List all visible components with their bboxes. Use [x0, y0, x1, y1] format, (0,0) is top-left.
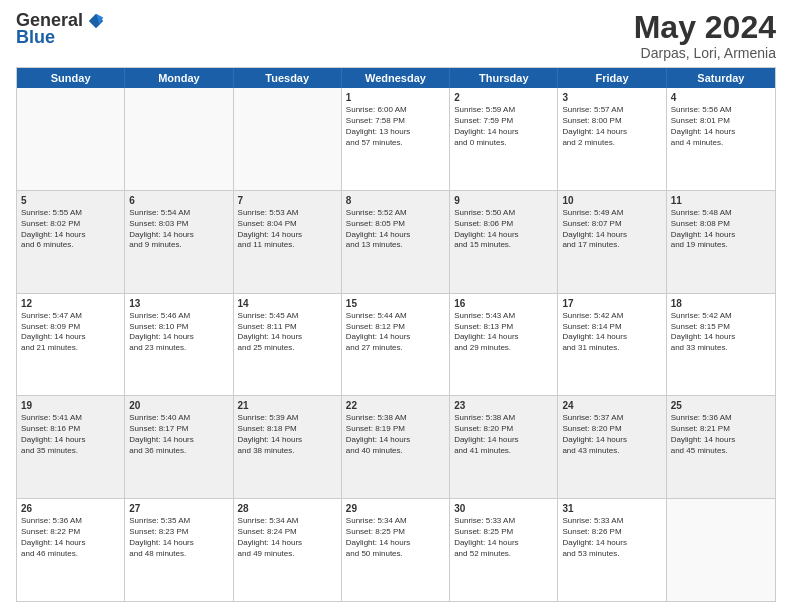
day-number: 28: [238, 502, 337, 515]
cell-info: Sunrise: 5:33 AM Sunset: 8:26 PM Dayligh…: [562, 516, 661, 559]
cell-info: Sunrise: 5:50 AM Sunset: 8:06 PM Dayligh…: [454, 208, 553, 251]
logo: General Blue: [16, 10, 105, 48]
day-cell-7: 7Sunrise: 5:53 AM Sunset: 8:04 PM Daylig…: [234, 191, 342, 293]
header-day-saturday: Saturday: [667, 68, 775, 88]
header-day-thursday: Thursday: [450, 68, 558, 88]
day-cell-20: 20Sunrise: 5:40 AM Sunset: 8:17 PM Dayli…: [125, 396, 233, 498]
cell-info: Sunrise: 5:53 AM Sunset: 8:04 PM Dayligh…: [238, 208, 337, 251]
day-number: 12: [21, 297, 120, 310]
day-cell-27: 27Sunrise: 5:35 AM Sunset: 8:23 PM Dayli…: [125, 499, 233, 601]
day-cell-24: 24Sunrise: 5:37 AM Sunset: 8:20 PM Dayli…: [558, 396, 666, 498]
day-number: 18: [671, 297, 771, 310]
empty-cell-0-2: [234, 88, 342, 190]
day-number: 25: [671, 399, 771, 412]
day-cell-23: 23Sunrise: 5:38 AM Sunset: 8:20 PM Dayli…: [450, 396, 558, 498]
day-number: 8: [346, 194, 445, 207]
page: General Blue May 2024 Darpas, Lori, Arme…: [0, 0, 792, 612]
cell-info: Sunrise: 5:42 AM Sunset: 8:15 PM Dayligh…: [671, 311, 771, 354]
day-number: 3: [562, 91, 661, 104]
cell-info: Sunrise: 5:43 AM Sunset: 8:13 PM Dayligh…: [454, 311, 553, 354]
header-day-monday: Monday: [125, 68, 233, 88]
day-number: 22: [346, 399, 445, 412]
day-cell-21: 21Sunrise: 5:39 AM Sunset: 8:18 PM Dayli…: [234, 396, 342, 498]
day-cell-28: 28Sunrise: 5:34 AM Sunset: 8:24 PM Dayli…: [234, 499, 342, 601]
day-number: 7: [238, 194, 337, 207]
cell-info: Sunrise: 5:52 AM Sunset: 8:05 PM Dayligh…: [346, 208, 445, 251]
calendar-header: SundayMondayTuesdayWednesdayThursdayFrid…: [17, 68, 775, 88]
cell-info: Sunrise: 5:56 AM Sunset: 8:01 PM Dayligh…: [671, 105, 771, 148]
cell-info: Sunrise: 5:48 AM Sunset: 8:08 PM Dayligh…: [671, 208, 771, 251]
day-number: 14: [238, 297, 337, 310]
cell-info: Sunrise: 5:36 AM Sunset: 8:22 PM Dayligh…: [21, 516, 120, 559]
day-cell-11: 11Sunrise: 5:48 AM Sunset: 8:08 PM Dayli…: [667, 191, 775, 293]
week-row-5: 26Sunrise: 5:36 AM Sunset: 8:22 PM Dayli…: [17, 499, 775, 601]
header-day-wednesday: Wednesday: [342, 68, 450, 88]
day-number: 1: [346, 91, 445, 104]
cell-info: Sunrise: 5:38 AM Sunset: 8:20 PM Dayligh…: [454, 413, 553, 456]
week-row-2: 5Sunrise: 5:55 AM Sunset: 8:02 PM Daylig…: [17, 191, 775, 294]
header-day-tuesday: Tuesday: [234, 68, 342, 88]
cell-info: Sunrise: 5:35 AM Sunset: 8:23 PM Dayligh…: [129, 516, 228, 559]
calendar: SundayMondayTuesdayWednesdayThursdayFrid…: [16, 67, 776, 602]
day-number: 16: [454, 297, 553, 310]
cell-info: Sunrise: 5:57 AM Sunset: 8:00 PM Dayligh…: [562, 105, 661, 148]
header-day-friday: Friday: [558, 68, 666, 88]
day-number: 30: [454, 502, 553, 515]
day-number: 26: [21, 502, 120, 515]
day-number: 23: [454, 399, 553, 412]
empty-cell-0-0: [17, 88, 125, 190]
week-row-3: 12Sunrise: 5:47 AM Sunset: 8:09 PM Dayli…: [17, 294, 775, 397]
day-cell-31: 31Sunrise: 5:33 AM Sunset: 8:26 PM Dayli…: [558, 499, 666, 601]
cell-info: Sunrise: 5:34 AM Sunset: 8:25 PM Dayligh…: [346, 516, 445, 559]
cell-info: Sunrise: 5:41 AM Sunset: 8:16 PM Dayligh…: [21, 413, 120, 456]
day-cell-15: 15Sunrise: 5:44 AM Sunset: 8:12 PM Dayli…: [342, 294, 450, 396]
day-cell-29: 29Sunrise: 5:34 AM Sunset: 8:25 PM Dayli…: [342, 499, 450, 601]
day-cell-3: 3Sunrise: 5:57 AM Sunset: 8:00 PM Daylig…: [558, 88, 666, 190]
cell-info: Sunrise: 5:55 AM Sunset: 8:02 PM Dayligh…: [21, 208, 120, 251]
month-title: May 2024: [634, 10, 776, 45]
logo-blue: Blue: [16, 27, 55, 48]
cell-info: Sunrise: 5:39 AM Sunset: 8:18 PM Dayligh…: [238, 413, 337, 456]
day-cell-5: 5Sunrise: 5:55 AM Sunset: 8:02 PM Daylig…: [17, 191, 125, 293]
calendar-body: 1Sunrise: 6:00 AM Sunset: 7:58 PM Daylig…: [17, 88, 775, 601]
location: Darpas, Lori, Armenia: [634, 45, 776, 61]
cell-info: Sunrise: 5:36 AM Sunset: 8:21 PM Dayligh…: [671, 413, 771, 456]
day-number: 31: [562, 502, 661, 515]
cell-info: Sunrise: 6:00 AM Sunset: 7:58 PM Dayligh…: [346, 105, 445, 148]
week-row-1: 1Sunrise: 6:00 AM Sunset: 7:58 PM Daylig…: [17, 88, 775, 191]
day-number: 27: [129, 502, 228, 515]
day-cell-30: 30Sunrise: 5:33 AM Sunset: 8:25 PM Dayli…: [450, 499, 558, 601]
day-number: 15: [346, 297, 445, 310]
cell-info: Sunrise: 5:54 AM Sunset: 8:03 PM Dayligh…: [129, 208, 228, 251]
title-area: May 2024 Darpas, Lori, Armenia: [634, 10, 776, 61]
cell-info: Sunrise: 5:47 AM Sunset: 8:09 PM Dayligh…: [21, 311, 120, 354]
header-day-sunday: Sunday: [17, 68, 125, 88]
day-cell-19: 19Sunrise: 5:41 AM Sunset: 8:16 PM Dayli…: [17, 396, 125, 498]
day-cell-8: 8Sunrise: 5:52 AM Sunset: 8:05 PM Daylig…: [342, 191, 450, 293]
cell-info: Sunrise: 5:38 AM Sunset: 8:19 PM Dayligh…: [346, 413, 445, 456]
cell-info: Sunrise: 5:34 AM Sunset: 8:24 PM Dayligh…: [238, 516, 337, 559]
day-number: 20: [129, 399, 228, 412]
day-number: 19: [21, 399, 120, 412]
cell-info: Sunrise: 5:49 AM Sunset: 8:07 PM Dayligh…: [562, 208, 661, 251]
day-cell-22: 22Sunrise: 5:38 AM Sunset: 8:19 PM Dayli…: [342, 396, 450, 498]
logo-icon: [87, 12, 105, 30]
day-number: 21: [238, 399, 337, 412]
day-number: 5: [21, 194, 120, 207]
day-cell-6: 6Sunrise: 5:54 AM Sunset: 8:03 PM Daylig…: [125, 191, 233, 293]
cell-info: Sunrise: 5:42 AM Sunset: 8:14 PM Dayligh…: [562, 311, 661, 354]
day-number: 17: [562, 297, 661, 310]
day-cell-10: 10Sunrise: 5:49 AM Sunset: 8:07 PM Dayli…: [558, 191, 666, 293]
week-row-4: 19Sunrise: 5:41 AM Sunset: 8:16 PM Dayli…: [17, 396, 775, 499]
empty-cell-0-1: [125, 88, 233, 190]
day-number: 9: [454, 194, 553, 207]
day-number: 11: [671, 194, 771, 207]
day-number: 2: [454, 91, 553, 104]
header: General Blue May 2024 Darpas, Lori, Arme…: [16, 10, 776, 61]
cell-info: Sunrise: 5:44 AM Sunset: 8:12 PM Dayligh…: [346, 311, 445, 354]
cell-info: Sunrise: 5:37 AM Sunset: 8:20 PM Dayligh…: [562, 413, 661, 456]
empty-cell-4-6: [667, 499, 775, 601]
day-cell-17: 17Sunrise: 5:42 AM Sunset: 8:14 PM Dayli…: [558, 294, 666, 396]
day-cell-13: 13Sunrise: 5:46 AM Sunset: 8:10 PM Dayli…: [125, 294, 233, 396]
cell-info: Sunrise: 5:33 AM Sunset: 8:25 PM Dayligh…: [454, 516, 553, 559]
